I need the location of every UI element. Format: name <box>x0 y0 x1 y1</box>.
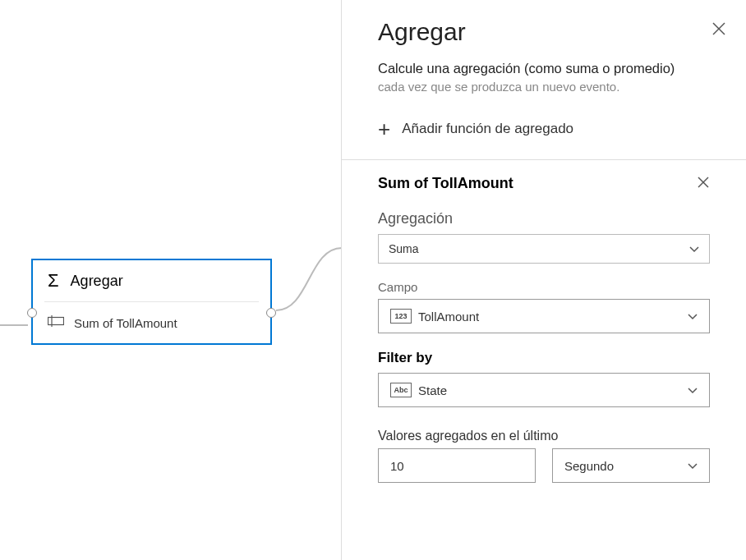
aggregation-select[interactable]: Suma <box>378 234 710 264</box>
string-type-icon: Abc <box>390 383 412 397</box>
chevron-down-icon <box>689 241 699 256</box>
field-label: Campo <box>378 280 710 294</box>
sigma-icon: Σ <box>48 272 59 290</box>
aggregation-label: Agregación <box>378 210 710 227</box>
window-label: Valores agregados en el último <box>378 429 710 443</box>
window-row: Segundo <box>378 448 710 483</box>
plus-icon: + <box>378 118 390 140</box>
canvas-area: Σ Agregar Sum of TollAmount <box>0 0 341 560</box>
number-type-icon: 123 <box>390 309 412 324</box>
add-aggregate-button[interactable]: + Añadir función de agregado <box>342 100 746 159</box>
aggregation-value: Suma <box>389 242 419 255</box>
field-value-wrap: 123 TollAmount <box>390 309 479 324</box>
node-title: Agregar <box>71 273 123 290</box>
filter-by-select[interactable]: Abc State <box>378 373 710 407</box>
window-unit-value: Segundo <box>564 459 614 473</box>
filter-value-wrap: Abc State <box>390 383 447 397</box>
panel-header: Agregar Calcule una agregación (como sum… <box>342 0 746 100</box>
add-aggregate-label: Añadir función de agregado <box>402 121 573 137</box>
window-value-input[interactable] <box>378 448 536 483</box>
chevron-down-icon <box>688 309 698 324</box>
aggregate-node[interactable]: Σ Agregar Sum of TollAmount <box>31 259 272 345</box>
config-panel: Agregar Calcule una agregación (como sum… <box>341 0 746 560</box>
node-body: Sum of TollAmount <box>33 302 270 343</box>
node-output-port[interactable] <box>266 308 276 318</box>
section-close-button[interactable] <box>697 176 710 192</box>
panel-title: Agregar <box>378 18 710 46</box>
filter-by-label: Filter by <box>378 350 710 366</box>
window-unit-select[interactable]: Segundo <box>552 448 710 483</box>
chevron-down-icon <box>688 458 698 473</box>
node-subtitle: Sum of TollAmount <box>74 316 177 330</box>
section-title: Sum of TollAmount <box>378 175 513 192</box>
connector-wire-right <box>276 246 342 312</box>
connector-wire-left <box>0 324 28 326</box>
panel-description-sub: cada vez que se produzca un nuevo evento… <box>378 80 710 94</box>
node-header: Σ Agregar <box>33 260 270 301</box>
node-input-port[interactable] <box>27 308 37 318</box>
aggregate-section: Sum of TollAmount Agregación Suma Campo … <box>342 160 746 483</box>
filter-value: State <box>418 383 447 397</box>
field-value: TollAmount <box>418 310 479 324</box>
section-header: Sum of TollAmount <box>378 175 710 192</box>
chevron-down-icon <box>688 383 698 397</box>
close-icon <box>697 176 710 189</box>
rename-icon <box>48 315 64 330</box>
panel-close-button[interactable] <box>711 21 726 39</box>
panel-description-main: Calcule una agregación (como suma o prom… <box>378 61 710 76</box>
close-icon <box>711 21 726 36</box>
svg-rect-0 <box>48 318 64 325</box>
field-select[interactable]: 123 TollAmount <box>378 299 710 333</box>
